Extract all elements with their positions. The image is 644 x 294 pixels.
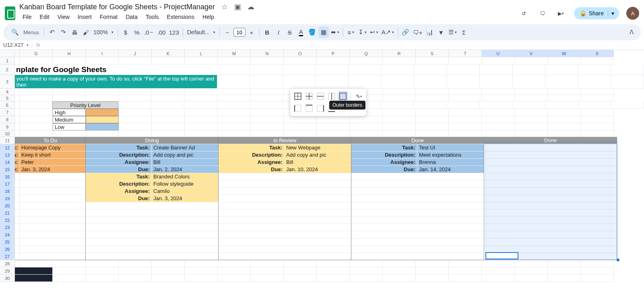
row-header[interactable]: 8 [0, 116, 15, 123]
cell[interactable] [251, 109, 284, 116]
row-header[interactable]: 10 [0, 130, 15, 137]
cell[interactable] [20, 246, 86, 253]
cell[interactable] [20, 173, 86, 180]
cell[interactable] [251, 260, 284, 267]
cell[interactable]: Bill [285, 159, 351, 166]
comment-icon[interactable]: 🗨+ [412, 27, 424, 38]
cell[interactable] [383, 57, 416, 64]
cell[interactable] [86, 260, 119, 267]
cell[interactable] [284, 275, 317, 282]
cell[interactable] [251, 130, 284, 137]
cell[interactable] [611, 64, 644, 75]
cell[interactable] [581, 116, 614, 123]
cell[interactable] [219, 231, 351, 238]
border-color-icon[interactable]: ✎▾ [353, 91, 364, 101]
col-header[interactable]: U [482, 50, 515, 57]
cell[interactable] [484, 209, 617, 217]
cell[interactable] [482, 57, 515, 64]
col-header[interactable]: R [383, 50, 416, 57]
rotate-icon[interactable]: A↗ [380, 27, 395, 38]
cell[interactable] [414, 64, 447, 75]
meet-icon[interactable]: ▶▾ [555, 8, 567, 19]
cell[interactable] [86, 130, 119, 137]
cell[interactable] [548, 123, 581, 130]
cell[interactable] [548, 275, 581, 282]
cell[interactable] [217, 75, 250, 89]
cell[interactable] [482, 89, 515, 95]
cell[interactable] [251, 89, 284, 95]
cell[interactable]: Follow styleguide [152, 180, 219, 188]
cell[interactable] [383, 123, 416, 130]
cell[interactable] [484, 253, 617, 260]
cell[interactable] [86, 95, 119, 101]
cell[interactable] [351, 231, 484, 238]
cell[interactable] [578, 75, 611, 89]
insert-chart-icon[interactable]: 📊 [425, 27, 435, 38]
cell[interactable] [316, 64, 349, 75]
currency-icon[interactable]: $ [120, 27, 131, 38]
cell[interactable] [581, 267, 614, 275]
cell[interactable] [251, 123, 284, 130]
cell[interactable] [20, 89, 53, 95]
cell[interactable] [119, 267, 152, 275]
cell[interactable] [515, 109, 548, 116]
cell[interactable] [581, 275, 614, 282]
cell[interactable] [611, 75, 644, 89]
border-horizontal-icon[interactable] [315, 91, 326, 101]
cell[interactable] [185, 267, 218, 275]
cell[interactable]: Doing [86, 137, 219, 144]
cell[interactable] [548, 109, 581, 116]
share-dropdown-icon[interactable]: ▾ [608, 10, 614, 17]
cell[interactable]: Bill [152, 159, 219, 166]
col-header[interactable]: T [449, 50, 482, 57]
cell[interactable] [119, 109, 152, 116]
cell[interactable] [515, 267, 548, 275]
cell[interactable] [86, 209, 219, 217]
cell[interactable] [20, 238, 86, 246]
cell[interactable] [86, 89, 119, 95]
bold-icon[interactable]: B [262, 27, 272, 38]
cell[interactable] [251, 57, 284, 64]
cell[interactable] [383, 260, 416, 267]
border-vertical-icon[interactable] [326, 91, 337, 101]
menu-edit[interactable]: Edit [37, 12, 53, 22]
cell[interactable]: e: [15, 166, 20, 173]
decrease-font-icon[interactable]: − [222, 27, 233, 38]
cell[interactable] [351, 217, 484, 224]
border-right-icon[interactable] [315, 103, 326, 114]
cell[interactable] [548, 260, 581, 267]
cell[interactable] [15, 267, 53, 275]
cell[interactable]: Jan. 3, 2024 [152, 195, 219, 202]
row-header[interactable]: 24 [0, 231, 15, 238]
cell[interactable] [20, 123, 53, 130]
cell[interactable]: Homepage Copy [20, 144, 86, 151]
cell[interactable] [283, 75, 316, 89]
cell[interactable]: Due: [219, 166, 285, 173]
cell[interactable] [218, 57, 251, 64]
cell[interactable]: Assignee: [351, 159, 417, 166]
cell[interactable] [416, 57, 449, 64]
cell[interactable] [152, 89, 185, 95]
cell[interactable]: n: [15, 151, 20, 159]
cell[interactable] [151, 101, 184, 109]
cell[interactable] [86, 253, 219, 260]
cell[interactable] [53, 275, 86, 282]
cell[interactable] [447, 101, 480, 109]
cell[interactable] [218, 109, 251, 116]
row-header[interactable]: 7 [0, 109, 15, 116]
cell[interactable] [185, 95, 218, 101]
borders-icon[interactable]: ▦ [318, 27, 329, 38]
cell[interactable] [581, 260, 614, 267]
cell[interactable] [20, 209, 86, 217]
cell[interactable] [416, 275, 449, 282]
col-header[interactable]: I [86, 50, 119, 57]
cell[interactable] [15, 116, 20, 123]
cell[interactable] [383, 109, 416, 116]
collapse-toolbar-icon[interactable]: ᐱ [626, 27, 637, 38]
cell[interactable] [218, 260, 251, 267]
cell[interactable] [219, 209, 351, 217]
col-header[interactable]: N [251, 50, 284, 57]
cell[interactable] [482, 130, 515, 137]
menu-insert[interactable]: Insert [74, 12, 95, 22]
cell[interactable] [449, 130, 482, 137]
